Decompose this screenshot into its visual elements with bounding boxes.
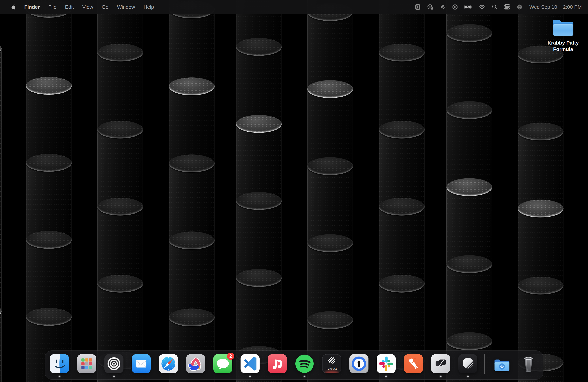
wifi-icon[interactable] xyxy=(479,4,485,10)
dock-launchpad-icon[interactable] xyxy=(77,354,96,373)
notification-badge: 2 xyxy=(227,353,234,360)
running-indicator xyxy=(113,376,115,377)
dock-divider xyxy=(484,354,485,374)
dock-1password-icon[interactable] xyxy=(349,354,368,373)
cylinder-column xyxy=(97,0,143,382)
battery-charging-icon[interactable] xyxy=(464,4,473,10)
dock-zed-icon[interactable] xyxy=(431,354,450,373)
menu-item-window[interactable]: Window xyxy=(113,4,139,10)
macos-desktop: { "menu_bar": { "active_app": "Finder", … xyxy=(0,0,588,382)
spotlight-search-icon[interactable] xyxy=(491,4,498,10)
menu-bar-left: Finder File Edit View Go Window Help xyxy=(0,4,158,10)
folder-icon xyxy=(551,18,575,38)
dock-trash-icon[interactable] xyxy=(519,354,538,373)
cylinder-column xyxy=(518,0,564,382)
cylinder-column xyxy=(0,0,1,382)
cylinder-column xyxy=(446,0,492,382)
dock-finder-icon[interactable] xyxy=(50,354,69,373)
menu-item-edit[interactable]: Edit xyxy=(61,4,78,10)
dock-mail-icon[interactable] xyxy=(132,354,151,373)
menu-bar-date[interactable]: Wed Sep 10 xyxy=(529,4,557,10)
menu-item-view[interactable]: View xyxy=(78,4,97,10)
running-indicator xyxy=(59,376,61,377)
menu-item-go[interactable]: Go xyxy=(97,4,113,10)
running-indicator xyxy=(249,376,251,377)
screen-lock-menu-extra-icon[interactable] xyxy=(427,4,433,10)
cylinder-column xyxy=(236,0,282,382)
cylinder-column xyxy=(169,0,215,382)
dock-slack-icon[interactable] xyxy=(377,354,396,373)
raycast-label: raycast xyxy=(322,367,341,370)
dock-vscode-icon[interactable] xyxy=(241,354,260,373)
cylinder-column xyxy=(26,0,72,382)
folder-label: Krabby Patty Formula xyxy=(540,40,587,53)
dock-postman-icon[interactable] xyxy=(404,354,423,373)
cylinder-column xyxy=(307,0,353,382)
desktop-folder-krabby-patty-formula[interactable]: Krabby Patty Formula xyxy=(540,18,587,53)
dock-downloads-folder-icon[interactable] xyxy=(492,354,511,373)
menu-item-help[interactable]: Help xyxy=(139,4,158,10)
dock-music-icon[interactable] xyxy=(268,354,287,373)
running-indicator xyxy=(467,376,469,377)
now-playing-icon[interactable] xyxy=(452,4,458,10)
raycast-stripes-menu-extra-icon[interactable] xyxy=(439,4,446,10)
dock-concentric-circles-app-icon[interactable] xyxy=(105,354,124,373)
menu-bar-status: Wed Sep 10 2:00 PM xyxy=(414,3,588,11)
dock-raycast-icon[interactable]: raycast xyxy=(322,354,341,373)
apple-menu-icon[interactable] xyxy=(7,4,20,10)
dock: 2 xyxy=(45,350,543,380)
desktop-wallpaper xyxy=(0,0,588,382)
cylinder-column xyxy=(379,0,425,382)
dock-safari-icon[interactable] xyxy=(159,354,178,373)
menu-item-file[interactable]: File xyxy=(44,4,61,10)
starburst-menu-extra-icon[interactable] xyxy=(414,4,421,10)
control-center-icon[interactable] xyxy=(504,3,510,11)
menu-item-finder[interactable]: Finder xyxy=(20,4,44,10)
running-indicator xyxy=(440,376,441,377)
dock-arc-browser-icon[interactable] xyxy=(186,354,205,373)
siri-orb-icon[interactable] xyxy=(516,4,523,10)
dock-linear-icon[interactable] xyxy=(458,354,477,373)
running-indicator xyxy=(304,376,305,377)
menu-bar-time[interactable]: 2:00 PM xyxy=(563,4,582,10)
running-indicator xyxy=(385,376,387,377)
dock-spotify-icon[interactable] xyxy=(295,354,314,373)
dock-messages-icon[interactable]: 2 xyxy=(213,354,232,373)
menu-bar: Finder File Edit View Go Window Help xyxy=(0,0,588,14)
